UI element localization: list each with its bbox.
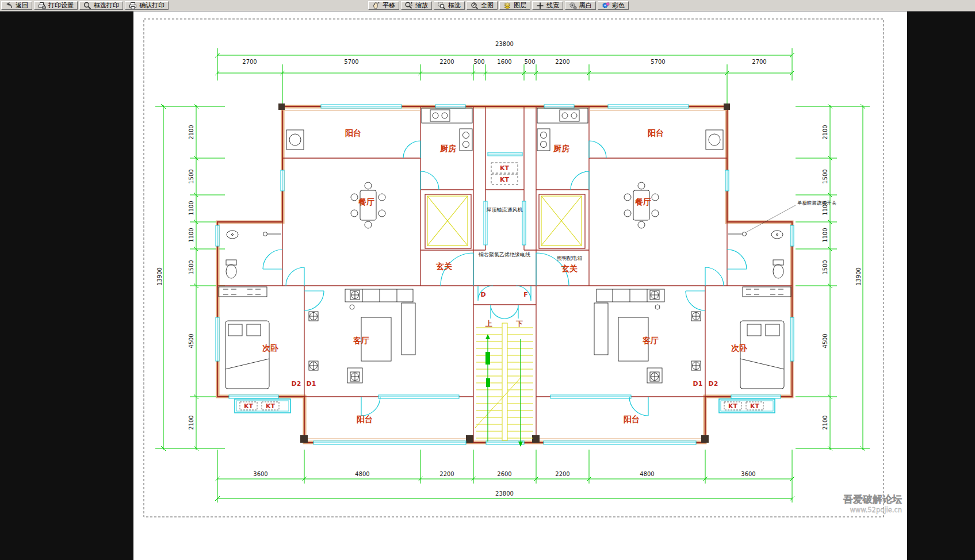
room-label-dining: 餐厅 bbox=[358, 197, 374, 206]
ac-tag: KT bbox=[500, 176, 510, 183]
zoom-button[interactable]: 缩放 bbox=[401, 1, 432, 10]
room-label-kitchen: 厨房 bbox=[553, 144, 569, 153]
annotation-wire: 铜芯聚氯乙烯绝缘电线 bbox=[478, 252, 530, 258]
button-label: 返回 bbox=[16, 1, 28, 10]
room-label-balcony: 阳台 bbox=[345, 128, 361, 137]
room-label-balcony: 阳台 bbox=[648, 128, 664, 137]
button-label: 平移 bbox=[383, 1, 395, 10]
watermark: 吾爱破解论坛 www.52pojie.cn bbox=[843, 493, 902, 514]
room-label-bedroom: 次卧 bbox=[731, 343, 748, 352]
dim-right-segment: 4500 bbox=[822, 333, 828, 348]
color-button[interactable]: 彩色 bbox=[598, 1, 629, 10]
line-width-button[interactable]: 线宽 bbox=[532, 1, 563, 10]
dim-left-total: 13900 bbox=[156, 267, 163, 286]
dim-left-segment: 1500 bbox=[188, 169, 194, 183]
dim-top-segment: 5700 bbox=[651, 59, 665, 65]
dim-top-segment: 500 bbox=[524, 59, 535, 65]
dim-left-segment: 2100 bbox=[188, 125, 194, 139]
dim-right-segment: 1500 bbox=[822, 169, 828, 183]
dim-bottom-segment: 2200 bbox=[439, 471, 454, 477]
dim-bottom-segment: 2600 bbox=[497, 471, 511, 477]
dim-bottom-total: 23800 bbox=[495, 490, 514, 497]
marquee-zoom-icon bbox=[438, 2, 446, 10]
dim-left-segment: 2100 bbox=[188, 415, 194, 429]
room-label-foyer: 玄关 bbox=[561, 264, 578, 273]
layers-icon bbox=[503, 2, 511, 10]
ac-tag: KT bbox=[750, 402, 760, 410]
marquee-zoom-button[interactable]: 框选 bbox=[434, 1, 465, 10]
door-tag-d2: D2 bbox=[709, 380, 718, 388]
dim-bottom-segment: 2200 bbox=[555, 471, 569, 477]
dim-top-segment: 2200 bbox=[555, 59, 569, 65]
black-white-button[interactable]: 黑白 bbox=[565, 1, 596, 10]
dim-right-segment: 1100 bbox=[822, 228, 828, 242]
print-preview-canvas[interactable]: 23800 2700 5700 2200 500 1600 500 2200 5… bbox=[0, 0, 975, 560]
back-button[interactable]: 返回 bbox=[1, 1, 32, 10]
line-width-icon bbox=[536, 2, 544, 10]
room-label-balcony: 阳台 bbox=[357, 415, 373, 424]
room-label-bedroom: 次卧 bbox=[262, 343, 279, 352]
ac-tag: KT bbox=[728, 402, 738, 410]
room-label-living: 客厅 bbox=[353, 336, 369, 345]
ac-tag: KT bbox=[244, 402, 254, 410]
room-label-kitchen: 厨房 bbox=[439, 144, 456, 153]
dim-top-segment: 500 bbox=[473, 59, 484, 65]
dim-left-segment: 1500 bbox=[188, 260, 194, 274]
dim-left-segment: 4500 bbox=[188, 333, 194, 348]
layers-button[interactable]: 图层 bbox=[499, 1, 530, 10]
door-tag-d: D bbox=[480, 291, 485, 298]
button-label: 线宽 bbox=[546, 1, 559, 10]
ac-tag: KT bbox=[500, 164, 510, 172]
button-label: 缩放 bbox=[415, 1, 428, 10]
button-label: 黑白 bbox=[579, 1, 592, 10]
dim-top-segment: 2700 bbox=[752, 59, 766, 65]
printer-icon bbox=[129, 2, 137, 10]
watermark-line1: 吾爱破解论坛 bbox=[843, 493, 902, 505]
pan-button[interactable]: 平移 bbox=[368, 1, 399, 10]
fit-view-button[interactable]: 全图 bbox=[467, 1, 498, 10]
button-label: 图层 bbox=[514, 1, 526, 10]
dim-bottom-segment: 4800 bbox=[355, 471, 369, 477]
black-white-icon bbox=[569, 2, 577, 10]
dim-bottom-segment: 3600 bbox=[741, 471, 755, 477]
dim-bottom-segment: 3600 bbox=[253, 471, 267, 477]
button-label: 框选打印 bbox=[94, 1, 119, 10]
stair-down-label: 下 bbox=[515, 320, 523, 328]
door-tag-f: F bbox=[523, 291, 528, 298]
door-tag-d2: D2 bbox=[292, 380, 301, 388]
confirm-print-button[interactable]: 确认打印 bbox=[125, 1, 169, 10]
dim-right-segment: 2100 bbox=[822, 125, 828, 139]
annotation-lighting-box: 照明配电箱 bbox=[557, 255, 583, 261]
annotation-roof-fan: 屋顶轴流通风机 bbox=[487, 207, 523, 213]
print-settings-button[interactable]: 打印设置 bbox=[34, 1, 78, 10]
room-label-living: 客厅 bbox=[642, 336, 659, 345]
dim-left-segment: 1100 bbox=[188, 201, 194, 215]
color-icon bbox=[602, 2, 610, 10]
dim-right-segment: 2100 bbox=[822, 415, 828, 429]
back-arrow-icon bbox=[5, 2, 13, 10]
door-tag-d1: D1 bbox=[307, 380, 316, 388]
toolbar: 返回 打印设置 框选打印 确认打印 平移 缩放 框选 全图 图层 线宽 黑白 bbox=[0, 0, 975, 11]
dim-top-segment: 1600 bbox=[497, 59, 511, 65]
ac-tag: KT bbox=[266, 402, 276, 410]
dim-top-segment: 2200 bbox=[439, 59, 454, 65]
button-label: 全图 bbox=[481, 1, 494, 10]
dim-top-segment: 2700 bbox=[242, 59, 257, 65]
stair-up-label: 上 bbox=[485, 320, 492, 328]
marquee-print-icon bbox=[83, 2, 91, 10]
door-tag-d1: D1 bbox=[693, 380, 703, 388]
dim-bottom-segment: 4800 bbox=[640, 471, 654, 477]
marquee-print-button[interactable]: 框选打印 bbox=[79, 1, 123, 10]
dim-top-total: 23800 bbox=[495, 41, 514, 47]
printer-settings-icon bbox=[38, 2, 46, 10]
watermark-line2: www.52pojie.cn bbox=[850, 506, 902, 514]
zoom-icon bbox=[405, 2, 413, 10]
pan-hand-icon bbox=[372, 2, 380, 10]
button-label: 确认打印 bbox=[139, 1, 165, 10]
dim-right-segment: 1500 bbox=[822, 260, 828, 274]
dim-top-segment: 5700 bbox=[344, 59, 358, 65]
dim-right-total: 13900 bbox=[855, 267, 862, 286]
toolbar-spacer bbox=[169, 5, 367, 6]
annotation-switch: 单极暗装跷板开关 bbox=[797, 200, 837, 206]
fit-view-icon bbox=[471, 2, 479, 10]
